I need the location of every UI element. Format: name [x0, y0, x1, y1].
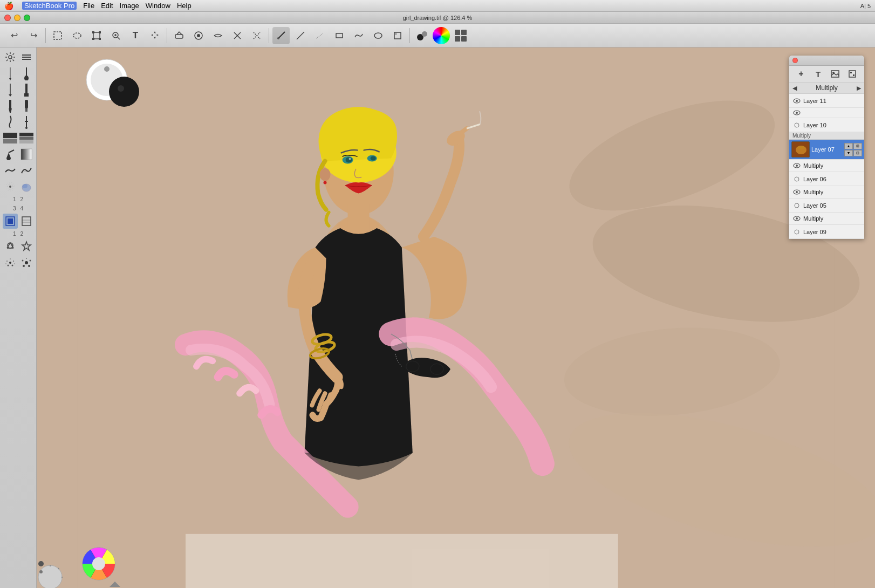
pencil-medium-tool[interactable]: [3, 82, 18, 97]
pencil-thin-tool[interactable]: [3, 66, 18, 81]
blend-prev-button[interactable]: ◀: [792, 85, 797, 92]
svg-point-88: [311, 333, 332, 346]
canvas-area[interactable]: + T ◀ Multiply ▶ Layer 11: [37, 47, 875, 588]
layer-move-down-button[interactable]: ▼: [844, 150, 853, 156]
zoom-button[interactable]: [107, 27, 125, 44]
image-layer-button[interactable]: [829, 68, 841, 80]
texture-brush-tool[interactable]: [3, 114, 18, 129]
tool-presets-button[interactable]: [452, 27, 469, 44]
stamp-button[interactable]: [190, 27, 207, 44]
layer-multiply-3-row[interactable]: Multiply: [789, 213, 864, 225]
texture-tool[interactable]: [19, 214, 34, 229]
menu-file[interactable]: File: [83, 2, 94, 10]
brush-round-tool[interactable]: [19, 66, 34, 81]
apple-menu[interactable]: 🍎: [4, 2, 13, 10]
maximize-button[interactable]: [24, 15, 30, 21]
text-layer-button[interactable]: T: [812, 68, 824, 80]
ellipse-button[interactable]: [370, 27, 387, 44]
layers-tool[interactable]: [19, 50, 34, 65]
redo-button[interactable]: ↪: [25, 27, 42, 44]
layer-05-row[interactable]: Layer 05: [789, 199, 864, 213]
layer-10-eye[interactable]: [792, 121, 801, 129]
svg-rect-103: [186, 534, 618, 588]
undo-button[interactable]: ↩: [5, 27, 23, 44]
minimize-button[interactable]: [14, 15, 20, 21]
wave-button[interactable]: [350, 27, 367, 44]
smear-tool[interactable]: [3, 163, 18, 178]
layer-delete-button[interactable]: ⊟: [853, 150, 862, 156]
layer-10-name: Layer 10: [803, 122, 861, 128]
spray-a-tool[interactable]: [3, 255, 18, 270]
menu-window[interactable]: Window: [146, 2, 170, 10]
svg-point-89: [315, 340, 336, 354]
calligraphy-tool[interactable]: [19, 114, 34, 129]
svg-point-95: [346, 157, 352, 162]
smudge-button[interactable]: [209, 27, 227, 44]
layers-close-button[interactable]: [792, 58, 798, 63]
fill-solid-tool[interactable]: [3, 131, 18, 146]
move-button[interactable]: [146, 27, 163, 44]
layer-move-up-button[interactable]: ▲: [844, 143, 853, 149]
layer-11-visibility[interactable]: [792, 97, 801, 105]
fill-bucket-tool[interactable]: [19, 131, 34, 146]
airbrush-tool[interactable]: [3, 179, 18, 194]
layer-multiply-3-visibility[interactable]: [792, 214, 801, 223]
brush-active-button[interactable]: [272, 27, 290, 44]
color-wheel-button[interactable]: [433, 27, 450, 44]
watercolor-tool[interactable]: [19, 179, 34, 194]
spray-b-tool[interactable]: [19, 255, 34, 270]
rectangle-button[interactable]: [331, 27, 348, 44]
marker-a-tool[interactable]: [3, 98, 18, 113]
brush-flat-tool[interactable]: [19, 82, 34, 97]
paint-bucket-tool[interactable]: [3, 147, 18, 162]
transform-button[interactable]: [88, 27, 105, 44]
eraser-button[interactable]: [170, 27, 188, 44]
layer-10-row[interactable]: Layer 10: [789, 118, 864, 132]
mirror-button[interactable]: [248, 27, 265, 44]
layer-multiply-1-visibility[interactable]: [792, 161, 801, 170]
layer-06-eye[interactable]: [792, 175, 801, 183]
stamp-a-tool[interactable]: [3, 239, 18, 254]
marquee-button[interactable]: [49, 27, 66, 44]
layer-05-eye[interactable]: [792, 201, 801, 210]
menu-image[interactable]: Image: [120, 2, 139, 10]
layer-multiply-1-row[interactable]: Multiply: [789, 160, 864, 172]
layer-10-visibility[interactable]: [792, 108, 801, 117]
settings-tool[interactable]: [3, 50, 18, 65]
lasso-button[interactable]: [69, 27, 86, 44]
layer-11-row[interactable]: Layer 11: [789, 94, 864, 108]
layer-multiply-2-row[interactable]: Multiply: [789, 186, 864, 199]
layer-07-row[interactable]: Layer 07 ▲ ▼ ⊞ ⊟: [789, 140, 864, 160]
adjust-layer-button[interactable]: [846, 68, 858, 80]
brush-numbers-1: 1 2: [10, 195, 26, 203]
svg-rect-42: [25, 100, 28, 108]
menu-sketchbook[interactable]: SketchBook Pro: [22, 2, 77, 10]
blend-next-button[interactable]: ▶: [857, 85, 861, 92]
color-knob[interactable]: [80, 53, 139, 107]
close-button[interactable]: [4, 15, 11, 21]
pencil-button[interactable]: [311, 27, 329, 44]
layer-10-eye-row[interactable]: [789, 108, 864, 118]
layer-06-row[interactable]: Layer 06: [789, 172, 864, 186]
menubar: 🍎 SketchBook Pro File Edit Image Window …: [0, 0, 875, 12]
gradient-fill-tool[interactable]: [19, 147, 34, 162]
crop-button[interactable]: [389, 27, 406, 44]
marker-b-tool[interactable]: [19, 98, 34, 113]
active-blue-tool[interactable]: [3, 214, 18, 229]
layer-09-row[interactable]: Layer 09: [789, 225, 864, 239]
text-button[interactable]: T: [127, 27, 144, 44]
blend-smooth-tool[interactable]: [19, 163, 34, 178]
layer-09-eye[interactable]: [792, 228, 801, 236]
ink-button[interactable]: [413, 27, 430, 44]
symmetry-button[interactable]: [229, 27, 246, 44]
add-layer-button[interactable]: +: [795, 68, 807, 80]
line-button[interactable]: [292, 27, 309, 44]
layer-merge-button[interactable]: ⊞: [853, 143, 862, 149]
menu-edit[interactable]: Edit: [101, 2, 113, 10]
tool-row-top: [3, 50, 34, 65]
layer-multiply-2-visibility[interactable]: [792, 188, 801, 196]
stamp-b-tool[interactable]: [19, 239, 34, 254]
tool-row-2: [3, 82, 34, 97]
svg-point-125: [796, 191, 798, 193]
menu-help[interactable]: Help: [177, 2, 192, 10]
